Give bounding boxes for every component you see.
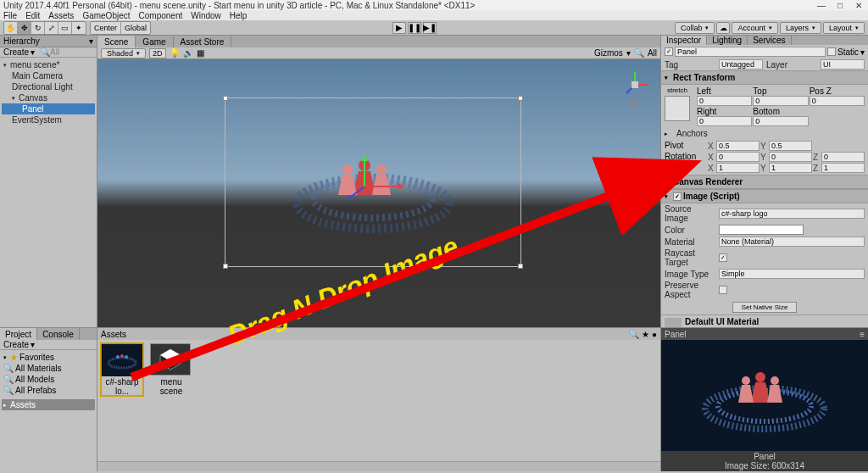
image-component-header[interactable]: ▾✓Image (Script)	[661, 189, 868, 203]
set-native-size-button[interactable]: Set Native Size	[732, 302, 798, 313]
tab-console[interactable]: Console	[37, 328, 80, 340]
hierarchy-search[interactable]: 🔍All	[40, 47, 59, 57]
posz-field[interactable]: 0	[810, 96, 865, 106]
bottom-field[interactable]: 0	[753, 116, 808, 126]
tab-scene[interactable]: Scene	[97, 36, 136, 47]
close-button[interactable]: ✕	[853, 1, 865, 10]
rot-y[interactable]: 0	[769, 152, 812, 162]
preview-menu-icon[interactable]: ≡	[860, 330, 865, 339]
tab-game[interactable]: Game	[136, 36, 173, 47]
canvas-renderer-header[interactable]: ▾Canvas Renderer	[661, 175, 868, 189]
preview-title: Panel	[665, 330, 687, 339]
account-dropdown[interactable]: Account	[732, 22, 778, 34]
material-field[interactable]: None (Material)	[719, 236, 865, 247]
scale-z[interactable]: 1	[821, 163, 865, 173]
scale-x[interactable]: 1	[716, 163, 760, 173]
play-button[interactable]: ▶	[392, 22, 406, 34]
rotate-tool[interactable]: ↻	[31, 22, 45, 34]
project-create-button[interactable]: Create	[3, 340, 29, 349]
cloud-icon[interactable]: ☁	[716, 22, 730, 34]
rot-x[interactable]: 0	[716, 152, 760, 162]
maximize-button[interactable]: □	[834, 1, 846, 10]
hierarchy-item-panel[interactable]: Panel	[2, 103, 95, 114]
anchors-label[interactable]: Anchors	[676, 129, 727, 138]
left-field[interactable]: 0	[697, 96, 752, 106]
assets-footer	[97, 461, 660, 471]
hierarchy-tab[interactable]: Hierarchy	[3, 36, 40, 46]
menu-file[interactable]: File	[3, 11, 17, 20]
minimize-button[interactable]: —	[815, 1, 827, 10]
tag-field[interactable]: Untagged	[719, 59, 763, 70]
layout-dropdown[interactable]: Layout	[823, 22, 865, 34]
collab-dropdown[interactable]: Collab	[675, 22, 715, 34]
tab-services[interactable]: Services	[748, 36, 791, 45]
fav-all-models[interactable]: 🔍All Models	[2, 374, 95, 385]
color-field[interactable]	[719, 225, 804, 235]
scale-y[interactable]: 1	[769, 163, 812, 173]
pivot-global-button[interactable]: Global	[121, 22, 150, 34]
anchor-preset[interactable]	[665, 96, 690, 121]
scale-tool[interactable]: ⤢	[45, 22, 58, 34]
fx-icon[interactable]: ▦	[197, 48, 204, 58]
rect-tool[interactable]: ▭	[58, 22, 72, 34]
asset-csharp-logo[interactable]: c#-sharp lo...	[101, 343, 143, 396]
shading-mode[interactable]: Shaded	[101, 48, 146, 58]
tab-project[interactable]: Project	[0, 328, 37, 340]
orientation-gizmo[interactable]: Iso	[618, 68, 652, 102]
move-tool[interactable]: ✥	[18, 22, 31, 34]
svg-point-3	[342, 164, 353, 175]
hierarchy-item-light[interactable]: Directional Light	[2, 81, 95, 92]
assets-folder[interactable]: ▸Assets	[2, 399, 95, 410]
tab-lighting[interactable]: Lighting	[707, 36, 748, 45]
transform-tool[interactable]: ✦	[72, 22, 86, 34]
hand-tool[interactable]: ✋	[4, 22, 18, 34]
tab-inspector[interactable]: Inspector	[661, 36, 707, 45]
tab-asset-store[interactable]: Asset Store	[174, 36, 232, 47]
raycast-checkbox[interactable]: ✓	[719, 253, 727, 262]
pivot-center-button[interactable]: Center	[91, 22, 121, 34]
pivot-x[interactable]: 0.5	[716, 141, 760, 151]
top-field[interactable]: 0	[753, 96, 808, 106]
layer-field[interactable]: UI	[821, 59, 865, 70]
hierarchy-item-eventsystem[interactable]: EventSystem	[2, 114, 95, 125]
rect-transform-header[interactable]: ▾Rect Transform	[661, 70, 868, 85]
audio-icon[interactable]: 🔊	[183, 48, 193, 58]
menu-help[interactable]: Help	[230, 11, 248, 20]
scene-root[interactable]: ▾menu scene*	[2, 59, 95, 70]
svg-rect-15	[102, 344, 142, 376]
asset-menu-scene[interactable]: menu scene	[150, 343, 192, 396]
source-image-field[interactable]: c#-sharp logo	[719, 209, 865, 219]
hierarchy-item-camera[interactable]: Main Camera	[2, 70, 95, 81]
layers-dropdown[interactable]: Layers	[780, 22, 821, 34]
right-field[interactable]: 0	[697, 116, 752, 126]
object-name-field[interactable]: Panel	[675, 47, 826, 57]
hierarchy-create-button[interactable]: Create	[3, 47, 29, 57]
scene-search[interactable]: 🔍	[634, 48, 644, 58]
menu-component[interactable]: Component	[139, 11, 183, 20]
lighting-icon[interactable]: 💡	[170, 48, 180, 58]
static-checkbox[interactable]	[827, 47, 836, 56]
hierarchy-item-canvas[interactable]: ▾Canvas	[2, 92, 95, 103]
fav-all-materials[interactable]: 🔍All Materials	[2, 363, 95, 374]
assets-breadcrumb[interactable]: Assets	[101, 330, 126, 339]
gizmos-dropdown[interactable]: Gizmos	[594, 48, 623, 58]
active-checkbox[interactable]: ✓	[665, 47, 673, 56]
rot-z[interactable]: 0	[821, 152, 865, 162]
panel-menu-icon[interactable]: ▾	[89, 36, 93, 46]
preserve-aspect-checkbox[interactable]	[719, 286, 727, 294]
fav-all-prefabs[interactable]: 🔍All Prefabs	[2, 385, 95, 396]
mode-2d-toggle[interactable]: 2D	[149, 48, 166, 58]
menu-assets[interactable]: Assets	[48, 11, 74, 20]
pause-button[interactable]: ❚❚	[408, 22, 421, 34]
preview-viewport[interactable]	[661, 340, 868, 451]
menu-window[interactable]: Window	[191, 11, 221, 20]
default-material-header[interactable]: Default UI Material Shader UI/Default	[661, 314, 868, 327]
image-type-field[interactable]: Simple	[719, 269, 865, 279]
menu-edit[interactable]: Edit	[25, 11, 40, 20]
favorites-folder[interactable]: ▾★Favorites	[2, 352, 95, 363]
assets-search[interactable]: 🔍 ★ ●	[629, 330, 657, 339]
menu-gameobject[interactable]: GameObject	[82, 11, 130, 20]
step-button[interactable]: ▶❚	[423, 22, 437, 34]
assets-grid[interactable]: c#-sharp lo... menu scene	[97, 340, 660, 461]
pivot-y[interactable]: 0.5	[769, 141, 812, 151]
